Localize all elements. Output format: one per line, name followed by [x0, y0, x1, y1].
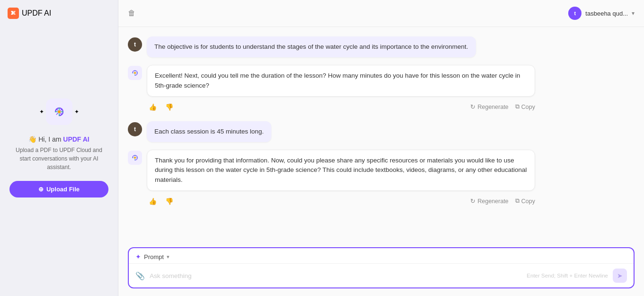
- action-left-2: 👍 👎: [147, 102, 175, 112]
- user-bubble-3: Each class session is 45 minutes long.: [147, 121, 271, 142]
- action-left-4: 👍 👎: [147, 197, 175, 206]
- copy-icon-2: ⧉: [515, 103, 519, 110]
- svg-point-4: [134, 72, 136, 74]
- user-bubble-1: The objective is for students to underst…: [147, 36, 476, 57]
- ai-message-wrapper-2: Excellent! Next, could you tell me the d…: [147, 65, 535, 114]
- main-area: 🗑 t tasbeeha qud... ▾ t The objective is…: [118, 0, 644, 296]
- copy-button-2[interactable]: ⧉ Copy: [515, 103, 535, 110]
- prompt-label: Prompt: [144, 253, 164, 260]
- attach-icon[interactable]: 📎: [135, 271, 145, 280]
- regenerate-icon-4: ↻: [470, 197, 475, 205]
- message-row: t Each class session is 45 minutes long.: [128, 121, 635, 142]
- topbar: 🗑 t tasbeeha qud... ▾: [118, 0, 644, 27]
- upload-file-button[interactable]: ⊕ Upload File: [9, 181, 108, 197]
- thumbs-down-button-4[interactable]: 👎: [163, 197, 175, 206]
- send-button[interactable]: ➤: [613, 269, 627, 283]
- user-name: tasbeeha qud...: [585, 10, 628, 17]
- message-actions-2: 👍 👎 ↻ Regenerate ⧉ Copy: [147, 100, 535, 114]
- topbar-right: t tasbeeha qud... ▾: [568, 7, 635, 20]
- sparkle-left: ✦: [39, 108, 44, 115]
- ai-logo-icon: [46, 99, 72, 125]
- user-avatar-msg3: t: [128, 122, 142, 136]
- input-top-bar: ✦ Prompt ▾: [129, 248, 634, 264]
- user-avatar: t: [568, 7, 581, 20]
- app-name: UPDF AI: [22, 9, 51, 18]
- ai-bubble-2: Excellent! Next, could you tell me the d…: [147, 65, 535, 97]
- user-menu-chevron-icon[interactable]: ▾: [632, 10, 635, 17]
- sidebar: UPDF AI ✦ ✦ 👋 Hi, I am UPDF AI Upload a …: [0, 0, 118, 296]
- thumbs-up-button-4[interactable]: 👍: [147, 197, 159, 206]
- regenerate-icon-2: ↻: [470, 103, 475, 110]
- topbar-left: 🗑: [128, 9, 135, 18]
- chat-input[interactable]: [150, 272, 522, 279]
- action-right-2: ↻ Regenerate ⧉ Copy: [470, 103, 535, 110]
- svg-point-2: [58, 110, 61, 113]
- ai-avatar-msg4: [128, 151, 142, 165]
- clear-chat-button[interactable]: 🗑: [128, 9, 135, 18]
- message-row: Thank you for providing that information…: [128, 150, 635, 208]
- message-actions-4: 👍 👎 ↻ Regenerate ⧉ Copy: [147, 195, 535, 208]
- regenerate-button-4[interactable]: ↻ Regenerate: [470, 197, 508, 205]
- app-logo: UPDF AI: [8, 8, 51, 19]
- prompt-dropdown-chevron-icon[interactable]: ▾: [167, 254, 170, 260]
- user-avatar-msg1: t: [128, 37, 142, 52]
- ai-avatar-msg2: [128, 66, 142, 80]
- ai-bubble-4: Thank you for providing that information…: [147, 150, 535, 191]
- input-bottom: 📎 Enter Send; Shift + Enter Newline ➤: [129, 264, 634, 287]
- input-area: ✦ Prompt ▾ 📎 Enter Send; Shift + Enter N…: [118, 242, 644, 296]
- copy-icon-4: ⧉: [515, 197, 519, 205]
- send-icon: ➤: [617, 272, 623, 279]
- sidebar-greeting: 👋 Hi, I am UPDF AI: [28, 135, 89, 143]
- logo-icon: [8, 8, 19, 19]
- message-row: Excellent! Next, could you tell me the d…: [128, 65, 635, 114]
- thumbs-down-button-2[interactable]: 👎: [163, 102, 175, 112]
- chat-container: t The objective is for students to under…: [118, 27, 644, 242]
- sparkle-right: ✦: [74, 108, 79, 115]
- decorative-sparkles: ✦ ✦: [39, 99, 79, 125]
- copy-button-4[interactable]: ⧉ Copy: [515, 197, 535, 205]
- message-row: t The objective is for students to under…: [128, 36, 635, 57]
- sidebar-description: Upload a PDF to UPDF Cloud and start con…: [9, 146, 108, 171]
- svg-point-6: [134, 157, 136, 159]
- sparkle-icon: ✦: [135, 253, 141, 260]
- action-right-4: ↻ Regenerate ⧉ Copy: [470, 197, 535, 205]
- ai-message-wrapper-4: Thank you for providing that information…: [147, 150, 535, 208]
- thumbs-up-button-2[interactable]: 👍: [147, 102, 159, 112]
- input-hint: Enter Send; Shift + Enter Newline: [527, 273, 608, 278]
- upload-icon: ⊕: [38, 186, 44, 193]
- input-box: ✦ Prompt ▾ 📎 Enter Send; Shift + Enter N…: [128, 247, 635, 288]
- regenerate-button-2[interactable]: ↻ Regenerate: [470, 103, 508, 110]
